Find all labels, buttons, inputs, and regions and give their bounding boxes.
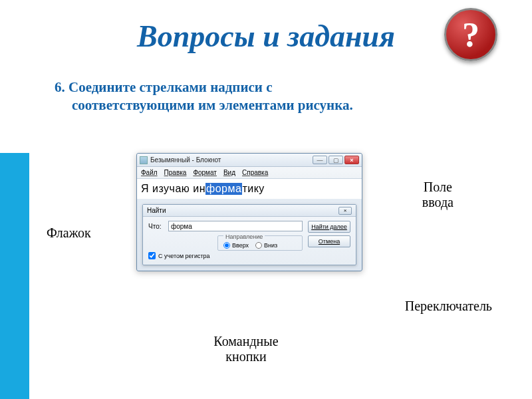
notepad-window: Безымянный - Блокнот — ▢ × Файл Правка Ф…: [136, 153, 362, 271]
window-controls: — ▢ ×: [313, 156, 359, 164]
notepad-icon: [140, 156, 148, 164]
annotation-command-buttons: Командные кнопки: [180, 334, 313, 364]
menu-help[interactable]: Справка: [242, 169, 268, 176]
find-body: Что: Направление Вверх Вниз С учетом рег…: [143, 217, 356, 261]
maximize-button[interactable]: ▢: [329, 156, 343, 164]
instruction-text: 6. Соедините стрелками надписи с соответ…: [55, 78, 427, 115]
notepad-text-area[interactable]: Я изучаю информатику: [137, 179, 362, 199]
find-next-button[interactable]: Найти далее: [308, 221, 350, 233]
question-mark-icon: ?: [462, 15, 479, 55]
question-badge: ?: [444, 8, 497, 61]
minimize-button[interactable]: —: [313, 156, 327, 164]
close-button[interactable]: ×: [344, 156, 359, 164]
text-after-selection: тику: [242, 183, 264, 195]
radio-up[interactable]: [223, 242, 230, 249]
annotation-cmd-line2: кнопки: [180, 349, 313, 364]
find-what-row: Что:: [148, 221, 303, 231]
find-dialog-title: Найти: [147, 207, 166, 214]
radio-down-label[interactable]: Вниз: [255, 242, 277, 249]
annotation-input-field: Поле ввода: [422, 180, 454, 210]
find-what-input[interactable]: [168, 221, 303, 231]
annotation-flag: Флажок: [47, 225, 91, 241]
find-what-label: Что:: [148, 223, 164, 230]
menu-edit[interactable]: Правка: [164, 169, 187, 176]
direction-legend: Направление: [223, 233, 265, 240]
menu-file[interactable]: Файл: [141, 169, 158, 176]
instruction-line-1: 6. Соедините стрелками надписи с: [55, 78, 427, 96]
find-left-panel: Что: Направление Вверх Вниз С учетом рег…: [148, 221, 303, 259]
direction-options: Вверх Вниз: [223, 242, 297, 249]
menu-format[interactable]: Формат: [193, 169, 217, 176]
decorative-left-bar: [0, 153, 29, 399]
radio-up-label[interactable]: Вверх: [223, 242, 249, 249]
find-titlebar[interactable]: Найти ×: [143, 205, 356, 217]
match-case-row: С учетом регистра: [148, 252, 303, 259]
annotation-cmd-line1: Командные: [180, 334, 313, 349]
notepad-menubar: Файл Правка Формат Вид Справка: [137, 167, 362, 179]
radio-up-text: Вверх: [232, 242, 249, 249]
match-case-checkbox[interactable]: [148, 252, 156, 259]
menu-view[interactable]: Вид: [223, 169, 235, 176]
cancel-button[interactable]: Отмена: [308, 235, 350, 247]
annotation-input-field-line1: Поле: [422, 180, 454, 195]
find-dialog: Найти × Что: Направление Вверх Вниз: [142, 204, 356, 265]
notepad-titlebar[interactable]: Безымянный - Блокнот — ▢ ×: [137, 154, 362, 167]
notepad-title: Безымянный - Блокнот: [150, 156, 313, 164]
find-buttons-panel: Найти далее Отмена: [308, 221, 350, 259]
find-close-button[interactable]: ×: [338, 207, 352, 215]
direction-group: Направление Вверх Вниз: [217, 235, 303, 251]
text-before-selection: Я изучаю ин: [141, 183, 205, 195]
radio-down[interactable]: [255, 242, 262, 249]
text-selection: форма: [205, 183, 242, 195]
match-case-label: С учетом регистра: [158, 253, 210, 259]
annotation-input-field-line2: ввода: [422, 195, 454, 210]
instruction-line-2: соответствующими им элементами рисунка.: [55, 96, 427, 114]
annotation-switch: Переключатель: [405, 299, 492, 314]
radio-down-text: Вниз: [264, 242, 277, 249]
